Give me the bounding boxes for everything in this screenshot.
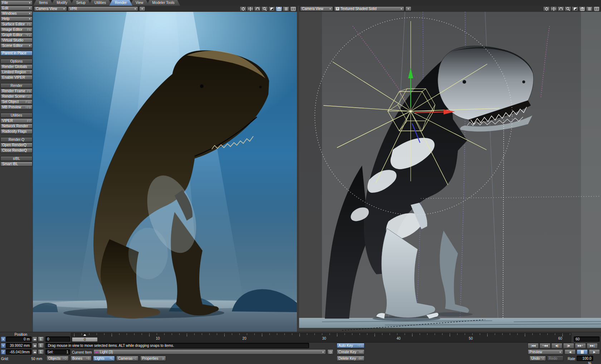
minmax-icon[interactable] (572, 6, 578, 11)
timeline-tick: 20 (242, 336, 246, 340)
step-forward-button[interactable]: ||▶ (563, 343, 574, 349)
go-to-start-button[interactable]: |◀◀ (528, 343, 539, 349)
pan-icon[interactable] (247, 6, 254, 11)
previous-key-button[interactable]: +◀◀ (539, 343, 551, 349)
sidebar-button-render-globals[interactable]: Render Globals (0, 64, 33, 69)
maximize-icon[interactable] (290, 6, 297, 11)
next-key-button[interactable]: ▶▶+ (575, 343, 586, 349)
cameras-button[interactable]: Cameras+C (116, 356, 138, 361)
menu-label: Windows (2, 12, 17, 15)
tab-setup[interactable]: Setup (70, 0, 91, 6)
sidebar-button-virtual-studio[interactable]: Virtual Studio (0, 38, 33, 43)
camera-icon[interactable] (579, 6, 586, 11)
chevron-down-icon: ▼ (141, 8, 143, 10)
left-render-mode-dropdown[interactable]: VPR▼ (68, 6, 138, 11)
current-frame-field[interactable]: 0 (45, 336, 70, 342)
properties-button[interactable]: Propertiesp (140, 356, 166, 361)
rotate-icon[interactable] (557, 6, 564, 11)
sidebar-button-image-editor[interactable]: Image EditorF6 (0, 27, 33, 32)
y-stepper[interactable]: ◀▶ (32, 343, 37, 348)
sidebar-button-mb-preview[interactable]: MB Preview+F9 (0, 105, 33, 110)
timeline-ruler[interactable]: 0 10 20 30 40 50 60 (71, 333, 571, 343)
sidebar-button-smart-ibl[interactable]: Smart IBL (0, 162, 33, 167)
rate-field[interactable]: 100.0 % (577, 356, 593, 361)
redo-button[interactable]: Redo (547, 356, 563, 361)
tab-render[interactable]: Render (109, 0, 132, 6)
minmax-icon[interactable] (268, 6, 275, 11)
z-envelope-button[interactable]: E (38, 349, 44, 355)
tab-modify[interactable]: Modify (51, 0, 73, 6)
y-axis-chip[interactable]: Y (1, 343, 6, 348)
timeline-tick: 30 (322, 336, 326, 340)
x-envelope-button[interactable]: E (38, 336, 44, 342)
right-viewport-options-dropdown[interactable]: ▼ (405, 6, 411, 11)
menu-windows[interactable]: Windows▼ (0, 11, 33, 16)
pause-button[interactable] (577, 349, 588, 355)
rotate-icon[interactable] (254, 6, 261, 11)
section-header-utilities: Utilities (0, 113, 33, 118)
sidebar-button-parent-in-place[interactable]: Parent in Place (0, 51, 33, 56)
zoom-icon[interactable] (261, 6, 268, 11)
item-panel-button[interactable] (327, 349, 333, 355)
timeline-slider[interactable]: 0 (72, 337, 98, 342)
timeline-tick: 50 (469, 336, 473, 340)
sidebar-button-network-render[interactable]: Network Render (0, 124, 33, 129)
left-viewport-options-dropdown[interactable]: ▼ (139, 6, 145, 11)
center-icon[interactable] (240, 6, 246, 11)
z-stepper[interactable]: ◀▶ (32, 349, 37, 355)
play-forward-button[interactable]: ▶ (589, 349, 600, 355)
tab-modeler-tools[interactable]: Modeler Tools (147, 0, 180, 6)
sidebar-button-render-scene[interactable]: Render SceneF10 (0, 94, 33, 99)
preview-dropdown[interactable]: Preview▼ (528, 349, 563, 355)
x-stepper[interactable]: ◀▶ (32, 336, 37, 342)
sidebar-button-close-renderq[interactable]: Close RenderQ (0, 148, 33, 153)
sidebar-button-sel-object[interactable]: Sel ObjectF11 (0, 99, 33, 104)
go-to-end-button[interactable]: ▶▶| (587, 343, 598, 349)
list-icon[interactable] (586, 6, 593, 11)
auto-key-button[interactable]: Auto Key+F1 (337, 343, 365, 348)
y-position-field[interactable]: 39.9992 mm (6, 343, 31, 348)
sidebar-button-radiosity-flags[interactable]: Radiosity Flags (0, 129, 33, 134)
tab-utilities[interactable]: Utilities (89, 0, 112, 6)
create-key-button[interactable]: Create Keyret (337, 349, 365, 355)
sidebar-button-scene-editor[interactable]: Scene Editor▼ (0, 43, 33, 48)
bones-button[interactable]: Bones+B (70, 356, 92, 361)
right-render-mode-dropdown[interactable]: TTextured Shaded Solid▼ (334, 6, 404, 11)
left-viewport[interactable] (33, 12, 297, 332)
maximize-icon[interactable] (593, 6, 600, 11)
right-view-mode-dropdown[interactable]: Camera View▼ (300, 6, 333, 11)
delete-key-button[interactable]: Delete Keydel (337, 356, 365, 361)
y-envelope-button[interactable]: E (38, 343, 44, 348)
menu-file[interactable]: File▼ (0, 0, 33, 5)
tab-view[interactable]: View (130, 0, 149, 6)
sidebar-button-open-renderq[interactable]: Open RenderQ (0, 143, 33, 148)
menu-edit[interactable]: Edit▼ (0, 6, 33, 11)
sidebar-button-surface-editor[interactable]: Surface EditorF5 (0, 22, 33, 27)
left-viewport-toolbar (240, 6, 297, 11)
sidebar-button-viper[interactable]: VIPERF7 (0, 118, 33, 123)
x-axis-chip[interactable]: X (1, 336, 6, 342)
objects-button[interactable]: Objects+O (47, 356, 69, 361)
center-icon[interactable] (543, 6, 550, 11)
sidebar-button-limited-region[interactable]: Limited Regionl (0, 70, 33, 75)
current-item-dropdown[interactable]: Light (3) ▼ (93, 349, 326, 355)
pan-icon[interactable] (550, 6, 557, 11)
sidebar-button-enable-viper[interactable]: Enable VIPER (0, 75, 33, 80)
sidebar-button-graph-editor[interactable]: Graph Editor^F2 (0, 33, 33, 38)
tab-items[interactable]: Items (33, 0, 53, 6)
lights-button[interactable]: Lights+L (93, 356, 115, 361)
list-icon[interactable] (283, 6, 289, 11)
sidebar-button-render-frame[interactable]: Render FrameF9 (0, 89, 33, 94)
end-frame-field[interactable]: 60 (574, 336, 600, 342)
zoom-icon[interactable] (565, 6, 571, 11)
z-position-field[interactable]: -65.0419mm (6, 349, 31, 355)
x-position-field[interactable]: 0 m (6, 336, 31, 342)
play-reverse-button[interactable]: ◀ (565, 349, 576, 355)
z-axis-chip[interactable]: Z (1, 349, 6, 355)
camera-icon[interactable] (275, 6, 282, 11)
step-back-button[interactable]: ◀|| (551, 343, 562, 349)
right-viewport[interactable] (299, 12, 601, 332)
undo-button[interactable]: Undo^Z (529, 356, 546, 361)
menu-help[interactable]: Help▼ (0, 16, 33, 21)
left-view-mode-dropdown[interactable]: Camera View▼ (34, 6, 67, 11)
